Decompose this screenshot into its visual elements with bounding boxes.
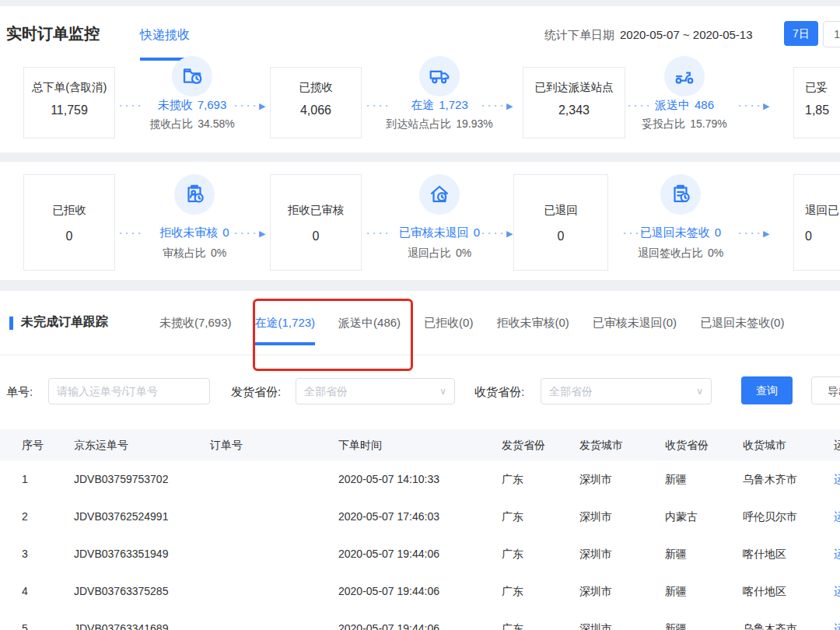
stat-label: 已到达派送站点 [523, 80, 625, 95]
tabs-divider [0, 355, 840, 355]
tab-express-pickup[interactable]: 快递揽收 [140, 27, 190, 44]
stat-value: 1,85 [805, 103, 829, 117]
send-province-select[interactable]: 全部省份 ∨ [296, 378, 455, 404]
tab-delivering[interactable]: 派送中(486) [338, 316, 401, 331]
waybill-input[interactable] [48, 378, 210, 404]
truck-icon [419, 56, 460, 96]
stat-card-delivered: 已妥 1,85 [793, 67, 840, 138]
export-button[interactable]: 导出 [811, 376, 840, 404]
col-order: 订单号 [210, 429, 243, 460]
table-row[interactable]: 5 JDVB03763341689 2020-05-07 19:44:06 广东… [0, 610, 840, 630]
cell-send-province: 广东 [502, 572, 523, 610]
cell-time: 2020-05-07 19:44:06 [338, 610, 439, 630]
return-sign-ratio: 退回签收占比0% [607, 247, 754, 261]
cell-waybill: JDVB03762524991 [74, 498, 168, 535]
col-waybill: 京东运单号 [74, 429, 128, 460]
table-row[interactable]: 4 JDVB03763375285 2020-05-07 19:44:06 广东… [0, 572, 840, 611]
recv-province-select[interactable]: 全部省份 ∨ [541, 378, 712, 404]
cell-time: 2020-05-07 19:44:06 [338, 572, 439, 610]
pickup-flow-panel: 总下单(含取消) 11,759 ···· 未揽收7,693 揽收占比34.58%… [0, 61, 840, 152]
stat-label: 总下单(含取消) [24, 80, 114, 95]
waybill-label: 单号: [6, 385, 33, 400]
cell-recv-city: 呼伦贝尔市 [743, 498, 797, 535]
cell-time: 2020-05-07 17:46:03 [338, 498, 439, 535]
stat-label: 拒收已审核 [271, 203, 361, 218]
arrived-ratio: 到达站点占比19.93% [366, 117, 513, 131]
cell-index: 2 [22, 498, 28, 535]
tab-returned-unsigned[interactable]: 已退回未签收(0) [700, 316, 784, 331]
col-edge-fragment: 运 [834, 429, 840, 460]
delivering-link[interactable]: 派送中486 [611, 98, 758, 113]
cell-waybill: JDVB03763375285 [74, 572, 168, 610]
date-range-value[interactable]: 2020-05-07 ~ 2020-05-13 [620, 28, 753, 41]
step-value: 7,693 [198, 98, 227, 111]
stat-value: 2,343 [523, 103, 625, 117]
stat-label: 已拒收 [24, 203, 114, 218]
cell-waybill: JDVB03763351949 [74, 535, 168, 572]
section-accent-bar [9, 317, 13, 330]
table-row[interactable]: 2 JDVB03762524991 2020-05-07 17:46:03 广东… [0, 498, 840, 536]
tab-reject-unreviewed[interactable]: 拒收未审核(0) [496, 316, 569, 331]
search-button[interactable]: 查询 [741, 376, 793, 404]
step-label: 未揽收 [158, 98, 193, 111]
send-province-value: 全部省份 [304, 385, 348, 397]
tab-in-transit[interactable]: 在途(1,723) [255, 316, 316, 331]
cell-edge-link[interactable]: 运 [834, 498, 840, 535]
stat-label: 已退回 [514, 203, 607, 218]
step-value: 0 [715, 226, 721, 239]
cell-send-province: 广东 [502, 535, 523, 572]
flow-arrow-icon: ····▶ [481, 101, 513, 110]
flow-arrow-icon: ····▶ [233, 229, 265, 237]
cell-recv-city: 乌鲁木齐市 [743, 610, 797, 630]
stat-card-return-signed: 退回已 0 [793, 174, 840, 271]
clipboard-person-clock-icon [174, 174, 215, 215]
section-title: 未完成订单跟踪 [21, 314, 108, 331]
col-order-time: 下单时间 [338, 429, 382, 460]
tab-not-picked[interactable]: 未揽收(7,693) [159, 316, 232, 331]
cell-edge-link[interactable]: 运 [834, 572, 840, 610]
table-row[interactable]: 1 JDVB03759753702 2020-05-07 14:10:33 广东… [0, 460, 840, 499]
cell-index: 4 [22, 572, 28, 610]
date-stat-label: 统计下单日期 [544, 28, 614, 43]
delivered-ratio: 妥投占比15.79% [611, 117, 758, 131]
col-recv-province: 收货省份 [665, 429, 709, 460]
range-7day-button[interactable]: 7日 [784, 21, 818, 46]
cell-edge-link[interactable]: 运 [834, 460, 840, 498]
send-province-label: 发货省份: [231, 385, 281, 400]
step-label: 已退回未签收 [640, 226, 710, 239]
cell-edge-link[interactable]: 运 [834, 535, 840, 572]
flow-arrow-icon: ····▶ [233, 101, 265, 110]
stat-card-total-orders: 总下单(含取消) 11,759 [23, 67, 115, 138]
tab-reviewed-unreturned[interactable]: 已审核未退回(0) [593, 316, 677, 331]
cell-send-city: 深圳市 [579, 572, 612, 610]
cell-edge-link[interactable]: 运 [834, 610, 840, 630]
cell-index: 3 [22, 535, 28, 572]
chevron-down-icon: ∨ [439, 379, 446, 404]
step-label: 派送中 [655, 98, 690, 111]
cell-send-province: 广东 [502, 610, 523, 630]
cell-recv-province: 新疆 [665, 572, 687, 610]
cell-recv-city: 乌鲁木齐市 [743, 460, 797, 498]
page-header: 实时订单监控 快递揽收 统计下单日期 2020-05-07 ~ 2020-05-… [0, 6, 840, 61]
stat-card-returned: 已退回 0 [513, 174, 608, 271]
cell-recv-province: 新疆 [665, 535, 687, 572]
step-label: 已审核未退回 [399, 226, 469, 239]
scooter-icon [664, 56, 705, 96]
stat-value: 0 [24, 229, 114, 243]
clipboard-clock-icon [660, 174, 701, 215]
step-label: 在途 [411, 98, 434, 111]
col-send-province: 发货省份 [502, 429, 545, 460]
page-title: 实时订单监控 [6, 23, 100, 44]
step-value: 0 [222, 226, 229, 239]
col-index: 序号 [22, 429, 44, 460]
flow-arrow-icon: ····▶ [737, 229, 769, 237]
table-row[interactable]: 3 JDVB03763351949 2020-05-07 19:44:06 广东… [0, 535, 840, 573]
tab-rejected[interactable]: 已拒收(0) [424, 316, 473, 331]
flow-arrow-icon: ····▶ [737, 101, 769, 110]
recv-province-value: 全部省份 [549, 385, 593, 397]
returned-unsigned-link[interactable]: 已退回未签收0 [607, 226, 754, 240]
table-header-row: 序号 京东运单号 订单号 下单时间 发货省份 发货城市 收货省份 收货城市 运 [0, 429, 840, 460]
cell-send-city: 深圳市 [579, 498, 612, 535]
range-15day-button[interactable]: 15日 [823, 21, 840, 47]
cell-waybill: JDVB03763341689 [74, 610, 168, 630]
